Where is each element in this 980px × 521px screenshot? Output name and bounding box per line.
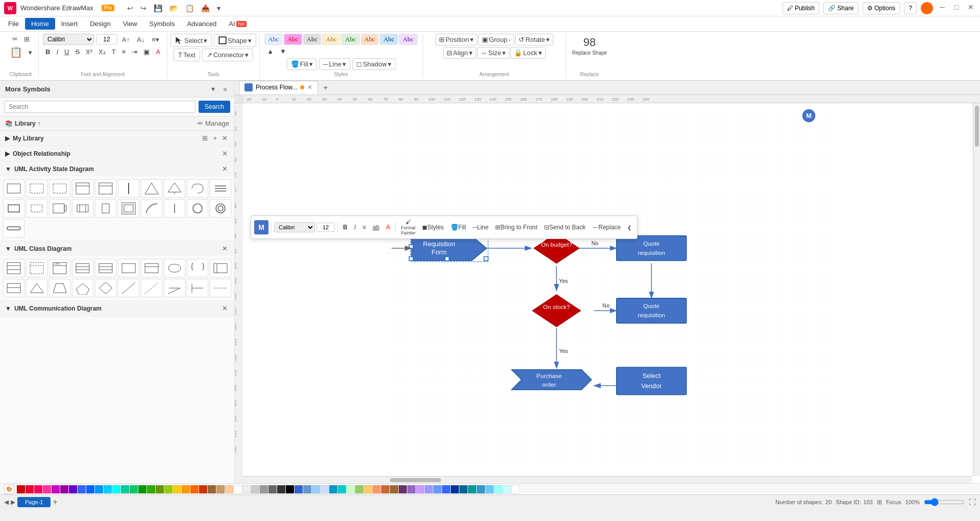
v-scroll-thumb[interactable] xyxy=(975,106,979,147)
color-swatch[interactable] xyxy=(190,485,199,493)
highlight-button[interactable]: ▣ xyxy=(141,46,152,57)
shape-item[interactable]: «int» xyxy=(49,259,70,277)
color-swatch[interactable] xyxy=(173,485,181,493)
color-swatch[interactable] xyxy=(17,485,25,493)
shape-item[interactable] xyxy=(3,219,24,238)
underline-button[interactable]: U xyxy=(62,46,71,57)
float-align[interactable]: ≡ xyxy=(360,222,369,232)
manage-button[interactable]: ✏ Manage xyxy=(198,120,229,127)
color-swatch[interactable] xyxy=(69,485,77,493)
search-input[interactable] xyxy=(4,101,195,113)
shadow-button[interactable]: ◻ Shadow ▾ xyxy=(352,58,396,70)
style-abc-2[interactable]: Abc xyxy=(284,34,302,45)
color-swatch[interactable] xyxy=(511,485,520,493)
h-scroll-thumb[interactable] xyxy=(390,478,441,482)
float-format-painter[interactable]: 🖌 FormatPainter xyxy=(398,218,418,237)
menu-view[interactable]: View xyxy=(117,18,143,30)
menu-design[interactable]: Design xyxy=(84,18,116,30)
drawing-canvas[interactable]: M Calibri B I ≡ ab A xyxy=(243,103,980,483)
shape-item[interactable] xyxy=(141,199,162,218)
maximize-button[interactable]: □ xyxy=(951,2,962,12)
shape-select-vendor[interactable]: Select Vendor xyxy=(617,367,687,395)
connector-tool-button[interactable]: ↗ Connector ▾ xyxy=(202,49,253,61)
color-swatch[interactable] xyxy=(494,485,502,493)
bold-button[interactable]: B xyxy=(43,46,53,57)
decrease-font[interactable]: A↓ xyxy=(134,34,147,45)
shape-item[interactable] xyxy=(26,199,47,218)
sidebar-toggle[interactable]: ▾ xyxy=(209,84,217,94)
uml-class-close[interactable]: ✕ xyxy=(220,244,229,253)
float-bold[interactable]: B xyxy=(340,222,350,232)
color-swatch[interactable] xyxy=(121,485,129,493)
color-swatch[interactable] xyxy=(347,485,355,493)
shape-item[interactable] xyxy=(72,279,93,297)
style-abc-5[interactable]: Abc xyxy=(341,34,360,45)
menu-home[interactable]: Home xyxy=(25,18,55,30)
shape-item[interactable] xyxy=(210,259,231,277)
color-swatch[interactable] xyxy=(459,485,468,493)
lock-button[interactable]: 🔒Lock▾ xyxy=(510,47,545,59)
vertical-scrollbar[interactable] xyxy=(973,103,980,476)
color-swatch[interactable] xyxy=(208,485,216,493)
float-replace[interactable]: ↔ Replace xyxy=(590,222,623,232)
italic-button[interactable]: I xyxy=(54,46,61,57)
style-abc-8[interactable]: Abc xyxy=(399,34,418,45)
color-swatch[interactable] xyxy=(485,485,494,493)
shape-quote-req2[interactable]: Quote requisition xyxy=(617,298,687,323)
style-abc-4[interactable]: Abc xyxy=(322,34,340,45)
copy-button[interactable]: ⊞ xyxy=(21,34,32,44)
list-button[interactable]: ≡ xyxy=(119,46,129,57)
shape-quote-req1[interactable]: Quote requisition xyxy=(617,235,687,260)
shape-item[interactable] xyxy=(187,199,208,218)
style-abc-7[interactable]: Abc xyxy=(380,34,398,45)
style-abc-1[interactable]: Abc xyxy=(264,34,283,45)
menu-advanced[interactable]: Advanced xyxy=(181,18,223,30)
color-swatch[interactable] xyxy=(373,485,381,493)
shape-item[interactable] xyxy=(72,199,93,218)
color-swatch[interactable] xyxy=(34,485,42,493)
color-swatch[interactable] xyxy=(477,485,485,493)
subscript-button[interactable]: X₂ xyxy=(96,46,108,57)
align-button[interactable]: ⊟Align▾ xyxy=(443,47,476,59)
color-swatch[interactable] xyxy=(329,485,337,493)
help-button[interactable]: ? xyxy=(904,2,917,14)
shape-item[interactable] xyxy=(141,179,162,198)
rotate-button[interactable]: ↺Rotate▾ xyxy=(515,34,553,45)
shape-item[interactable] xyxy=(49,279,70,297)
color-swatch[interactable] xyxy=(468,485,476,493)
shape-item[interactable] xyxy=(72,179,93,198)
color-swatch[interactable] xyxy=(407,485,415,493)
font-selector[interactable]: Calibri xyxy=(43,34,94,45)
shape-item[interactable] xyxy=(187,279,208,297)
color-swatch[interactable] xyxy=(390,485,398,493)
shape-item[interactable] xyxy=(118,259,139,277)
shape-item[interactable] xyxy=(95,279,116,297)
float-font-selector[interactable]: Calibri xyxy=(274,222,315,232)
color-swatch[interactable] xyxy=(295,485,303,493)
minimize-button[interactable]: ─ xyxy=(937,2,947,12)
share-button[interactable]: 🔗 Share xyxy=(823,2,858,14)
horizontal-scrollbar[interactable] xyxy=(243,476,972,483)
options-button[interactable]: ⚙ Options xyxy=(863,2,900,14)
color-swatch[interactable] xyxy=(112,485,120,493)
color-swatch[interactable] xyxy=(52,485,60,493)
uml-comm-header[interactable]: ▼ UML Communication Diagram ✕ xyxy=(0,301,234,316)
shape-item[interactable] xyxy=(164,199,185,218)
page-tab-1[interactable]: Page-1 xyxy=(17,497,51,507)
line-button[interactable]: ─ Line ▾ xyxy=(319,58,350,70)
select-tool-button[interactable]: Select ▾ xyxy=(170,34,212,47)
open-button[interactable]: 📂 xyxy=(167,3,181,13)
my-library-close[interactable]: ✕ xyxy=(220,134,229,143)
my-library-header[interactable]: ▶ My Library ⊞ + ✕ xyxy=(0,131,234,146)
font-color[interactable]: A xyxy=(153,46,163,57)
color-swatch[interactable] xyxy=(86,485,94,493)
color-swatch[interactable] xyxy=(60,485,68,493)
shape-item[interactable] xyxy=(164,259,185,277)
menu-insert[interactable]: Insert xyxy=(55,18,84,30)
shape-item[interactable] xyxy=(95,259,116,277)
publish-button[interactable]: 🖊 Publish xyxy=(782,2,820,14)
focus-button[interactable]: Focus xyxy=(886,499,901,505)
shape-item[interactable] xyxy=(141,279,162,297)
strikethrough-button[interactable]: S xyxy=(72,46,82,57)
shape-item[interactable] xyxy=(187,179,208,198)
